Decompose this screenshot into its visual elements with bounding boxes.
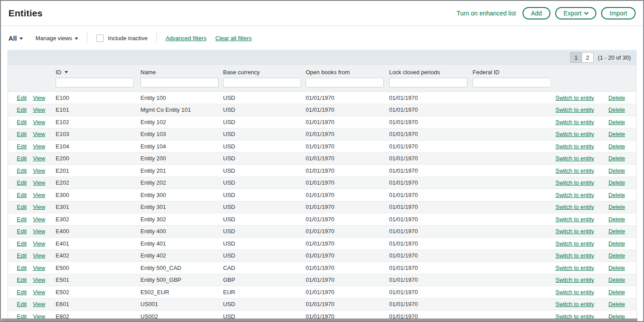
switch-to-entity-link[interactable]: Switch to entity bbox=[556, 106, 594, 113]
delete-link[interactable]: Delete bbox=[608, 252, 625, 259]
view-link[interactable]: View bbox=[33, 228, 45, 235]
switch-to-entity-link[interactable]: Switch to entity bbox=[556, 95, 594, 101]
view-link[interactable]: View bbox=[33, 265, 45, 271]
view-link[interactable]: View bbox=[33, 301, 45, 307]
switch-to-entity-link[interactable]: Switch to entity bbox=[556, 301, 594, 307]
edit-link[interactable]: Edit bbox=[17, 143, 27, 150]
switch-to-entity-link[interactable]: Switch to entity bbox=[556, 240, 594, 247]
switch-to-entity-link[interactable]: Switch to entity bbox=[556, 179, 594, 186]
clear-all-filters-link[interactable]: Clear all filters bbox=[215, 35, 251, 42]
edit-link[interactable]: Edit bbox=[17, 265, 27, 271]
switch-to-entity-link[interactable]: Switch to entity bbox=[556, 265, 594, 271]
delete-link[interactable]: Delete bbox=[608, 301, 625, 307]
edit-link[interactable]: Edit bbox=[17, 192, 27, 198]
import-button[interactable]: Import bbox=[601, 7, 636, 20]
switch-to-entity-link[interactable]: Switch to entity bbox=[556, 289, 594, 295]
edit-link[interactable]: Edit bbox=[17, 252, 27, 259]
edit-link[interactable]: Edit bbox=[17, 119, 27, 125]
filter-input-base-currency[interactable] bbox=[223, 78, 301, 87]
filter-input-lock-closed-periods[interactable] bbox=[389, 78, 467, 87]
edit-link[interactable]: Edit bbox=[17, 301, 27, 307]
delete-link[interactable]: Delete bbox=[608, 167, 625, 174]
add-button[interactable]: Add bbox=[523, 7, 550, 20]
switch-to-entity-link[interactable]: Switch to entity bbox=[556, 155, 594, 162]
column-header-open-books-from[interactable]: Open books from bbox=[306, 69, 389, 76]
column-header-id[interactable]: ID bbox=[56, 69, 140, 76]
filter-input-id[interactable] bbox=[56, 78, 134, 87]
horizontal-scrollbar[interactable] bbox=[1, 318, 637, 321]
delete-link[interactable]: Delete bbox=[608, 216, 625, 223]
switch-to-entity-link[interactable]: Switch to entity bbox=[556, 216, 594, 223]
edit-link[interactable]: Edit bbox=[17, 216, 27, 223]
column-header-base-currency[interactable]: Base currency bbox=[223, 69, 306, 76]
cell-name: US001 bbox=[140, 301, 223, 307]
table-row: Edit View E101 Mgmt Co Entity 101 USD 01… bbox=[8, 104, 636, 116]
delete-link[interactable]: Delete bbox=[608, 228, 625, 235]
delete-link[interactable]: Delete bbox=[608, 131, 625, 137]
include-inactive-control[interactable]: Include inactive bbox=[96, 34, 148, 42]
delete-link[interactable]: Delete bbox=[608, 192, 625, 198]
delete-link[interactable]: Delete bbox=[608, 265, 625, 271]
delete-link[interactable]: Delete bbox=[608, 143, 625, 150]
view-link[interactable]: View bbox=[33, 192, 45, 198]
switch-to-entity-link[interactable]: Switch to entity bbox=[556, 131, 594, 137]
delete-link[interactable]: Delete bbox=[608, 240, 625, 247]
edit-link[interactable]: Edit bbox=[17, 204, 27, 210]
view-link[interactable]: View bbox=[33, 95, 45, 101]
edit-link[interactable]: Edit bbox=[17, 167, 27, 174]
view-link[interactable]: View bbox=[33, 289, 45, 295]
delete-link[interactable]: Delete bbox=[608, 179, 625, 186]
column-header-lock-closed-periods[interactable]: Lock closed periods bbox=[389, 69, 473, 76]
view-link[interactable]: View bbox=[33, 106, 45, 113]
edit-link[interactable]: Edit bbox=[17, 228, 27, 235]
delete-link[interactable]: Delete bbox=[608, 289, 625, 295]
manage-views-dropdown[interactable]: Manage views bbox=[35, 35, 78, 42]
page-button-2[interactable]: 2 bbox=[582, 52, 594, 63]
export-button[interactable]: Export bbox=[555, 7, 596, 20]
turn-on-enhanced-list-link[interactable]: Turn on enhanced list bbox=[457, 10, 516, 17]
view-link[interactable]: View bbox=[33, 131, 45, 137]
cell-lock-closed-periods: 01/01/1970 bbox=[389, 167, 473, 174]
page-button-1[interactable]: 1 bbox=[570, 52, 582, 63]
filter-input-federal-id[interactable] bbox=[473, 78, 550, 87]
view-link[interactable]: View bbox=[33, 179, 45, 186]
delete-link[interactable]: Delete bbox=[608, 155, 625, 162]
switch-to-entity-link[interactable]: Switch to entity bbox=[556, 204, 594, 210]
switch-to-entity-link[interactable]: Switch to entity bbox=[556, 143, 594, 150]
edit-link[interactable]: Edit bbox=[17, 106, 27, 113]
view-link[interactable]: View bbox=[33, 252, 45, 259]
view-link[interactable]: View bbox=[33, 240, 45, 247]
switch-to-entity-link[interactable]: Switch to entity bbox=[556, 167, 594, 174]
column-header-federal-id[interactable]: Federal ID bbox=[473, 69, 550, 76]
column-header-name[interactable]: Name bbox=[140, 69, 223, 76]
switch-to-entity-link[interactable]: Switch to entity bbox=[556, 228, 594, 235]
view-link[interactable]: View bbox=[33, 216, 45, 223]
edit-link[interactable]: Edit bbox=[17, 155, 27, 162]
view-link[interactable]: View bbox=[33, 277, 45, 283]
view-link[interactable]: View bbox=[33, 204, 45, 210]
delete-link[interactable]: Delete bbox=[608, 204, 625, 210]
view-link[interactable]: View bbox=[33, 119, 45, 125]
delete-link[interactable]: Delete bbox=[608, 277, 625, 283]
advanced-filters-link[interactable]: Advanced filters bbox=[166, 35, 207, 42]
switch-to-entity-link[interactable]: Switch to entity bbox=[556, 252, 594, 259]
switch-to-entity-link[interactable]: Switch to entity bbox=[556, 277, 594, 283]
edit-link[interactable]: Edit bbox=[17, 131, 27, 137]
switch-to-entity-link[interactable]: Switch to entity bbox=[556, 119, 594, 125]
view-selector-dropdown[interactable]: All bbox=[8, 34, 23, 42]
switch-to-entity-link[interactable]: Switch to entity bbox=[556, 192, 594, 198]
delete-link[interactable]: Delete bbox=[608, 106, 625, 113]
edit-link[interactable]: Edit bbox=[17, 240, 27, 247]
filter-input-name[interactable] bbox=[140, 78, 219, 87]
view-link[interactable]: View bbox=[33, 143, 45, 150]
view-link[interactable]: View bbox=[33, 155, 45, 162]
filter-input-open-books-from[interactable] bbox=[306, 78, 384, 87]
edit-link[interactable]: Edit bbox=[17, 289, 27, 295]
edit-link[interactable]: Edit bbox=[17, 179, 27, 186]
edit-link[interactable]: Edit bbox=[17, 277, 27, 283]
view-link[interactable]: View bbox=[33, 167, 45, 174]
delete-link[interactable]: Delete bbox=[608, 119, 625, 125]
edit-link[interactable]: Edit bbox=[17, 95, 27, 101]
include-inactive-checkbox[interactable] bbox=[96, 34, 104, 42]
delete-link[interactable]: Delete bbox=[608, 95, 625, 101]
